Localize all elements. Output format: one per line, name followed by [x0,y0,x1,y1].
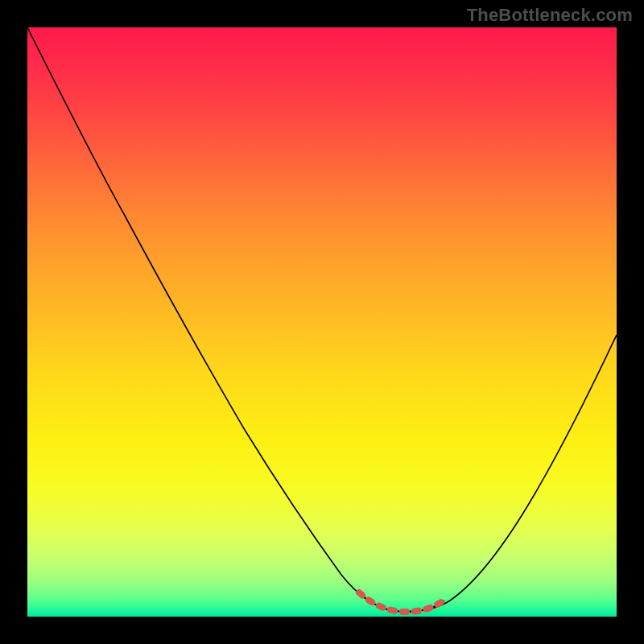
curve-left-branch [27,27,394,611]
plot-area [27,27,617,617]
chart-frame: TheBottleneck.com [0,0,644,644]
highlight-trough-dashes [359,592,441,612]
watermark-text: TheBottleneck.com [467,5,633,26]
bottleneck-curve [27,27,617,617]
curve-right-branch [394,335,617,612]
